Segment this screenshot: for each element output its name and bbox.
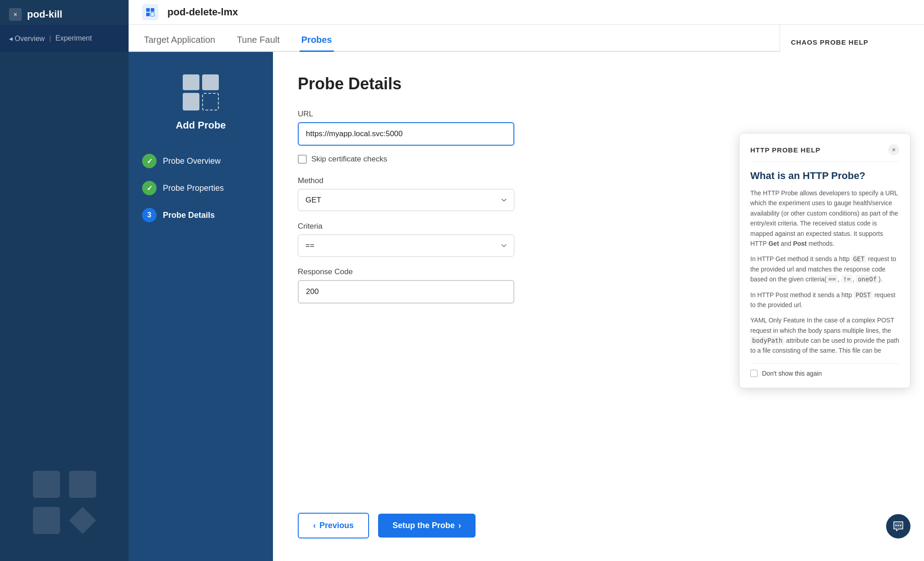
svg-rect-7 — [151, 13, 154, 16]
modal-heading: Probe Details — [298, 74, 899, 93]
dont-show-checkbox[interactable] — [750, 370, 758, 377]
stepper-icon-br — [202, 93, 219, 110]
dont-show-row: Don't show this again — [750, 363, 899, 377]
http-help-header: HTTP PROBE HELP × — [750, 144, 899, 162]
previous-button[interactable]: ‹ Previous — [298, 513, 369, 538]
svg-rect-6 — [146, 13, 150, 16]
next-label: Setup the Probe — [393, 521, 455, 530]
chaos-probe-help-title: CHAOS PROBE HELP — [791, 38, 913, 46]
modal-footer: ‹ Previous Setup the Probe › — [298, 513, 476, 538]
svg-point-10 — [900, 525, 901, 526]
breadcrumb-experiment[interactable]: Experiment — [55, 34, 92, 42]
prev-chevron-icon: ‹ — [313, 521, 316, 530]
response-code-input[interactable] — [298, 280, 514, 303]
http-help-heading: What is an HTTP Probe? — [750, 170, 899, 182]
step-3-circle: 3 — [142, 208, 157, 222]
topbar: pod-delete-lmx — [129, 0, 924, 25]
dont-show-label: Don't show this again — [762, 370, 822, 377]
prev-label: Previous — [319, 521, 354, 530]
http-help-title: HTTP PROBE HELP — [750, 146, 821, 154]
skip-cert-label: Skip certificate checks — [311, 155, 387, 164]
step-probe-properties[interactable]: ✓ Probe Properties — [142, 181, 259, 195]
experiment-icon — [142, 4, 158, 20]
http-help-popup: HTTP PROBE HELP × What is an HTTP Probe?… — [739, 133, 910, 388]
url-input[interactable] — [298, 122, 514, 146]
breadcrumb-overview[interactable]: ◂ Overview — [9, 34, 45, 43]
http-help-close-button[interactable]: × — [888, 144, 899, 155]
stepper-icon — [183, 74, 219, 110]
http-help-para-2: In HTTP Get method it sends a http GET r… — [750, 254, 899, 284]
sidebar-experiment-name: pod-kill — [27, 9, 62, 20]
step-probe-details[interactable]: 3 Probe Details — [142, 208, 259, 222]
stepper-icon-bl — [183, 93, 199, 110]
step-2-circle: ✓ — [142, 181, 157, 195]
tab-tune-fault[interactable]: Tune Fault — [235, 29, 282, 52]
svg-rect-5 — [151, 8, 154, 12]
sidebar: × pod-kill ◂ Overview | Experiment — [0, 0, 129, 561]
tab-probes[interactable]: Probes — [300, 29, 334, 52]
setup-probe-button[interactable]: Setup the Probe › — [378, 514, 476, 538]
skip-cert-checkbox[interactable] — [298, 155, 307, 164]
tab-target-application[interactable]: Target Application — [142, 29, 217, 52]
step-1-label: Probe Overview — [163, 156, 221, 166]
criteria-select[interactable]: == != oneOf — [298, 235, 514, 257]
modal: Add Probe ✓ Probe Overview ✓ Probe Prope… — [129, 52, 924, 561]
sidebar-decoration — [19, 457, 110, 547]
svg-rect-1 — [69, 471, 96, 498]
step-probe-overview[interactable]: ✓ Probe Overview — [142, 154, 259, 168]
svg-rect-2 — [33, 507, 60, 534]
svg-rect-4 — [146, 8, 150, 12]
step-2-label: Probe Properties — [163, 184, 224, 193]
modal-main-content: Probe Details URL Skip certificate check… — [273, 52, 924, 561]
stepper-title: Add Probe — [176, 120, 226, 131]
http-help-para-3: In HTTP Post method it sends a http POST… — [750, 290, 899, 310]
method-select[interactable]: GET POST PUT DELETE — [298, 189, 514, 211]
stepper-icon-tr — [202, 74, 219, 90]
svg-point-8 — [896, 525, 897, 526]
svg-point-9 — [898, 525, 899, 526]
experiment-id-label: pod-delete-lmx — [167, 6, 238, 18]
svg-marker-3 — [69, 507, 96, 534]
svg-rect-0 — [33, 471, 60, 498]
step-1-circle: ✓ — [142, 154, 157, 168]
step-3-label: Probe Details — [163, 211, 215, 220]
stepper-icon-tl — [183, 74, 199, 90]
breadcrumb-separator: | — [49, 35, 51, 42]
http-help-para-4: YAML Only Feature In the case of a compl… — [750, 315, 899, 356]
http-help-para-1: The HTTP Probe allows developers to spec… — [750, 188, 899, 248]
chat-button[interactable] — [886, 514, 910, 538]
breadcrumb-bar: ◂ Overview | Experiment — [0, 25, 129, 52]
url-label: URL — [298, 110, 899, 119]
sidebar-close-button[interactable]: × — [9, 8, 22, 21]
stepper-panel: Add Probe ✓ Probe Overview ✓ Probe Prope… — [129, 52, 273, 561]
next-chevron-icon: › — [458, 521, 461, 530]
